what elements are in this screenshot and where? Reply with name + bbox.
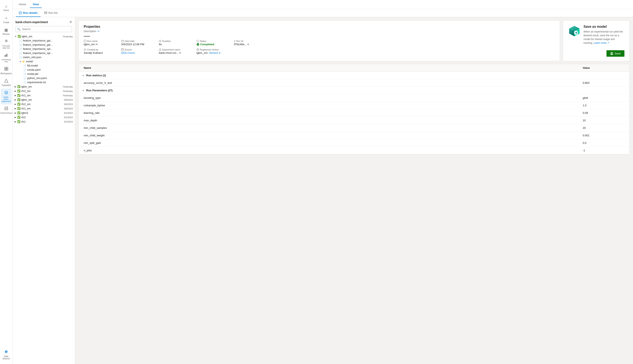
item-label: lgbm_sm <box>21 85 62 88</box>
tree-item-feat3[interactable]: 📄 feature_importance_spl... <box>13 47 75 51</box>
save-as-model-card: Save as model When an experimental run y… <box>563 20 630 61</box>
nav-prediction[interactable]: PredictionReport <box>1 104 12 116</box>
experiment-icon <box>159 48 161 51</box>
section-run-metrics[interactable]: Run metrics (1) <box>79 72 629 79</box>
tree-item-feat2[interactable]: 📄 feature_importance_gai... <box>13 43 75 47</box>
tab-run-list[interactable]: Run list <box>41 9 60 17</box>
tree-item-requirements[interactable]: 📄 requirements.txt <box>13 80 75 84</box>
nav-bank-churn[interactable]: bank-churn-experiment <box>1 88 12 104</box>
svg-rect-2 <box>5 55 5 57</box>
nav-create[interactable]: ＋ Create <box>1 14 12 26</box>
tree-item-model-folder[interactable]: ▼ 📁 model <box>13 60 75 64</box>
tree-item-python-env[interactable]: 📄 python_env.yaml <box>13 76 75 80</box>
item-label: model.pkl <box>27 72 73 76</box>
edit-description-icon[interactable]: ✏ <box>98 30 100 33</box>
row-value: gbdt <box>583 96 624 100</box>
row-value: 0.001 <box>583 134 624 137</box>
nav-onelake[interactable]: OneLake data hub <box>1 37 12 51</box>
tree-item-lgbm-sm-3[interactable]: ▶ ✅ lgbm_sm 5/8/2023 <box>13 98 75 102</box>
file-icon: 📄 <box>19 52 22 54</box>
item-label: model <box>26 60 73 63</box>
row-name: min_split_gain <box>84 141 583 144</box>
learn-more-link[interactable]: Learn more ↗ <box>594 42 609 44</box>
expand-icon: ▼ <box>19 60 21 63</box>
version-link[interactable]: Version 4 <box>209 51 220 54</box>
item-label: rfc2 <box>21 116 63 119</box>
prop-source-value[interactable]: EDA Churn <box>121 51 150 54</box>
file-icon: 📄 <box>19 56 22 59</box>
sidebar-close-button[interactable]: ✕ <box>69 20 72 24</box>
prop-duration-value: 8s <box>159 43 188 46</box>
tree-item-rfc2-sm-2[interactable]: ▶ ✅ rfc2_sm 5/8/2023 <box>13 102 75 106</box>
copy-experiment-icon[interactable]: ⧉ <box>179 52 181 54</box>
svg-rect-24 <box>121 40 124 42</box>
table-row-accuracy: accuracy_score_X_test 0.863 <box>79 79 629 87</box>
search-input[interactable] <box>16 26 72 32</box>
tree-item-rfc1-sm-1[interactable]: ▶ ✅ rfc1_sm Yesterday <box>13 93 75 98</box>
tree-item-feat4[interactable]: 📄 feature_importance_spl... <box>13 51 75 55</box>
tree-item-rfc2-sm-1[interactable]: ▶ ✅ rfc2_sm Yesterday <box>13 89 75 93</box>
svg-rect-5 <box>5 67 6 68</box>
tab-run-details[interactable]: Run details <box>16 9 41 17</box>
save-button[interactable]: Save <box>606 50 624 57</box>
tree-item-lgbm-sm-2[interactable]: ▶ ✅ lgbm_sm Yesterday <box>13 84 75 89</box>
table-row-min-child-samples: min_child_samples 20 <box>79 124 629 132</box>
tree-item-mlmodel[interactable]: 📄 MLmodel <box>13 64 75 68</box>
row-value: 20 <box>583 126 624 130</box>
prop-registered-version-value: lgbm_sm: Version 4 <box>196 51 226 54</box>
props-grid: Run name lgbm_sm ✏ Start date <box>84 40 555 46</box>
table-row-min-child-weight: min_child_weight 0.001 <box>79 132 629 139</box>
tree-item-metric[interactable]: 📄 metric_info.json <box>13 55 75 60</box>
svg-point-35 <box>197 48 199 51</box>
bank-churn-icon <box>5 91 8 96</box>
nav-home[interactable]: ⌂ Home <box>1 2 12 14</box>
row-value: -1 <box>583 149 624 152</box>
tree-item-feat1[interactable]: 📄 feature_importance_gai... <box>13 38 75 43</box>
expand-icon: ▶ <box>15 107 16 110</box>
svg-rect-7 <box>5 69 6 70</box>
home-icon: ⌂ <box>5 4 7 8</box>
item-label: rfc2_sm <box>21 103 63 106</box>
prop-run-name-value: lgbm_sm ✏ <box>84 43 113 46</box>
prop-source-label: Source <box>121 48 150 51</box>
svg-line-12 <box>6 108 6 109</box>
workspaces-icon <box>5 67 8 72</box>
nav-browse[interactable]: ▦ Browse <box>1 26 12 37</box>
prop-experiment-name-value: bank-churn-ex... ⧉ <box>159 51 188 54</box>
prop-created-by-value: Sandip Kulkarni <box>84 51 113 54</box>
tree-item-lgbm1[interactable]: ▶ ✅ lgbm1 5/2/2023 <box>13 111 75 115</box>
svg-marker-9 <box>5 79 8 82</box>
nav-monitoring[interactable]: Monitoring hub <box>1 51 12 65</box>
nav-workspaces[interactable]: Workspaces <box>1 65 12 77</box>
item-label: feature_importance_gai... <box>23 39 73 42</box>
item-label: lgbm_sm <box>22 35 62 38</box>
tree-item-rfc1-sm-2[interactable]: ▶ ✅ rfc1_sm 5/8/2023 <box>13 106 75 111</box>
nav-tridentds[interactable]: TridentDS <box>1 77 12 88</box>
col-name-header: Name <box>84 66 583 70</box>
item-date: Yesterday <box>63 86 73 88</box>
tree-item-lgbm-sm-1[interactable]: ▼ ✅ lgbm_sm Yesterday <box>13 34 75 38</box>
prop-run-id-value: ff78c46e... ⧉ <box>234 43 263 46</box>
metrics-table: Name Value Run metrics (1) accuracy_scor… <box>79 64 630 154</box>
props-grid-2: Created by Sandip Kulkarni Source EDA Ch… <box>84 48 555 54</box>
tab-view[interactable]: View <box>30 1 42 8</box>
svg-rect-41 <box>611 52 612 53</box>
svg-rect-8 <box>7 69 8 70</box>
tab-home[interactable]: Home <box>16 1 29 8</box>
tree-item-rfc2[interactable]: ▶ ✅ rfc2 5/2/2023 <box>13 115 75 120</box>
run-details-icon <box>19 12 22 14</box>
item-label: requirements.txt <box>27 81 73 84</box>
tridentds-icon <box>5 79 8 84</box>
table-header: Name Value <box>79 64 629 72</box>
nav-datascience[interactable]: ⚗ Data Science <box>1 348 12 362</box>
tree-item-rfc1[interactable]: ▶ ✅ rfc1 5/2/2023 <box>13 120 75 124</box>
copy-run-id-icon[interactable]: ⧉ <box>247 43 249 46</box>
section-run-parameters[interactable]: Run Parameters (27) <box>79 87 629 94</box>
person-icon <box>84 48 86 51</box>
registered-icon <box>196 48 199 51</box>
prop-run-id-label: # Run ID <box>234 40 263 42</box>
tree-item-conda[interactable]: 📄 conda.yaml <box>13 68 75 72</box>
edit-run-name-icon[interactable]: ✏ <box>96 43 98 46</box>
model-3d-icon <box>568 25 581 37</box>
tree-item-modelpkl[interactable]: 📄 model.pkl <box>13 72 75 76</box>
